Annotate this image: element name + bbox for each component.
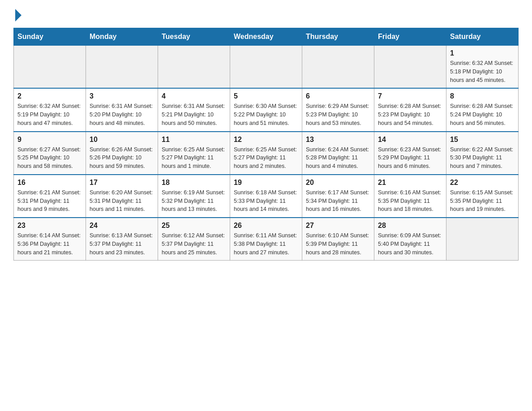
day-info: Sunrise: 6:23 AM Sunset: 5:29 PM Dayligh… <box>378 146 442 171</box>
day-info: Sunrise: 6:31 AM Sunset: 5:21 PM Dayligh… <box>162 102 226 127</box>
calendar-day-cell: 27Sunrise: 6:10 AM Sunset: 5:39 PM Dayli… <box>302 218 374 261</box>
weekday-header-tuesday: Tuesday <box>158 28 230 46</box>
calendar-day-cell: 17Sunrise: 6:20 AM Sunset: 5:31 PM Dayli… <box>86 175 158 218</box>
day-number: 26 <box>234 222 298 230</box>
day-number: 18 <box>162 179 226 187</box>
day-number: 21 <box>378 179 442 187</box>
day-info: Sunrise: 6:25 AM Sunset: 5:27 PM Dayligh… <box>162 146 226 171</box>
calendar-day-cell <box>302 46 374 89</box>
day-number: 22 <box>450 179 515 187</box>
calendar-day-cell: 3Sunrise: 6:31 AM Sunset: 5:20 PM Daylig… <box>86 88 158 131</box>
calendar-day-cell: 20Sunrise: 6:17 AM Sunset: 5:34 PM Dayli… <box>302 175 374 218</box>
day-info: Sunrise: 6:17 AM Sunset: 5:34 PM Dayligh… <box>306 188 370 214</box>
calendar-week-row: 2Sunrise: 6:32 AM Sunset: 5:19 PM Daylig… <box>14 88 519 131</box>
calendar-week-row: 9Sunrise: 6:27 AM Sunset: 5:25 PM Daylig… <box>14 132 519 175</box>
day-number: 8 <box>450 92 515 100</box>
calendar-table: SundayMondayTuesdayWednesdayThursdayFrid… <box>13 28 519 261</box>
day-info: Sunrise: 6:16 AM Sunset: 5:35 PM Dayligh… <box>378 188 442 214</box>
calendar-day-cell <box>446 218 519 261</box>
day-number: 17 <box>90 179 154 187</box>
page-header <box>13 9 519 19</box>
day-info: Sunrise: 6:11 AM Sunset: 5:38 PM Dayligh… <box>234 231 298 257</box>
calendar-day-cell: 12Sunrise: 6:25 AM Sunset: 5:27 PM Dayli… <box>230 132 302 175</box>
calendar-day-cell: 2Sunrise: 6:32 AM Sunset: 5:19 PM Daylig… <box>14 88 86 131</box>
day-number: 24 <box>90 222 154 230</box>
day-info: Sunrise: 6:18 AM Sunset: 5:33 PM Dayligh… <box>234 188 298 214</box>
calendar-day-cell: 13Sunrise: 6:24 AM Sunset: 5:28 PM Dayli… <box>302 132 374 175</box>
day-number: 23 <box>17 222 82 230</box>
calendar-day-cell: 24Sunrise: 6:13 AM Sunset: 5:37 PM Dayli… <box>86 218 158 261</box>
day-number: 5 <box>234 92 298 100</box>
day-info: Sunrise: 6:29 AM Sunset: 5:23 PM Dayligh… <box>306 102 370 127</box>
calendar-day-cell: 23Sunrise: 6:14 AM Sunset: 5:36 PM Dayli… <box>14 218 86 261</box>
day-number: 20 <box>306 179 370 187</box>
weekday-header-sunday: Sunday <box>14 28 86 46</box>
day-number: 25 <box>162 222 226 230</box>
calendar-header-row: SundayMondayTuesdayWednesdayThursdayFrid… <box>14 28 519 46</box>
calendar-day-cell: 5Sunrise: 6:30 AM Sunset: 5:22 PM Daylig… <box>230 88 302 131</box>
day-number: 4 <box>162 92 226 100</box>
calendar-day-cell <box>86 46 158 89</box>
weekday-header-friday: Friday <box>374 28 446 46</box>
weekday-header-wednesday: Wednesday <box>230 28 302 46</box>
day-number: 19 <box>234 179 298 187</box>
calendar-day-cell <box>14 46 86 89</box>
day-info: Sunrise: 6:26 AM Sunset: 5:26 PM Dayligh… <box>90 146 154 171</box>
day-number: 7 <box>378 92 442 100</box>
day-info: Sunrise: 6:28 AM Sunset: 5:24 PM Dayligh… <box>450 102 515 127</box>
day-number: 1 <box>450 49 515 57</box>
day-number: 3 <box>90 92 154 100</box>
day-info: Sunrise: 6:14 AM Sunset: 5:36 PM Dayligh… <box>17 231 82 257</box>
calendar-day-cell: 8Sunrise: 6:28 AM Sunset: 5:24 PM Daylig… <box>446 88 519 131</box>
day-number: 9 <box>17 136 82 144</box>
day-info: Sunrise: 6:13 AM Sunset: 5:37 PM Dayligh… <box>90 231 154 257</box>
calendar-day-cell: 25Sunrise: 6:12 AM Sunset: 5:37 PM Dayli… <box>158 218 230 261</box>
day-info: Sunrise: 6:10 AM Sunset: 5:39 PM Dayligh… <box>306 231 370 257</box>
day-info: Sunrise: 6:09 AM Sunset: 5:40 PM Dayligh… <box>378 231 442 257</box>
day-info: Sunrise: 6:32 AM Sunset: 5:19 PM Dayligh… <box>17 102 82 127</box>
calendar-day-cell: 6Sunrise: 6:29 AM Sunset: 5:23 PM Daylig… <box>302 88 374 131</box>
day-number: 28 <box>378 222 442 230</box>
calendar-day-cell <box>374 46 446 89</box>
calendar-week-row: 1Sunrise: 6:32 AM Sunset: 5:18 PM Daylig… <box>14 46 519 89</box>
day-info: Sunrise: 6:21 AM Sunset: 5:31 PM Dayligh… <box>17 188 82 214</box>
day-number: 12 <box>234 136 298 144</box>
calendar-day-cell: 28Sunrise: 6:09 AM Sunset: 5:40 PM Dayli… <box>374 218 446 261</box>
calendar-week-row: 16Sunrise: 6:21 AM Sunset: 5:31 PM Dayli… <box>14 175 519 218</box>
calendar-day-cell: 10Sunrise: 6:26 AM Sunset: 5:26 PM Dayli… <box>86 132 158 175</box>
day-info: Sunrise: 6:15 AM Sunset: 5:35 PM Dayligh… <box>450 188 515 214</box>
calendar-day-cell: 1Sunrise: 6:32 AM Sunset: 5:18 PM Daylig… <box>446 46 519 89</box>
day-number: 11 <box>162 136 226 144</box>
day-info: Sunrise: 6:25 AM Sunset: 5:27 PM Dayligh… <box>234 146 298 171</box>
day-number: 14 <box>378 136 442 144</box>
logo-general-text <box>13 9 21 21</box>
logo-arrow-icon <box>15 9 21 21</box>
day-info: Sunrise: 6:12 AM Sunset: 5:37 PM Dayligh… <box>162 231 226 257</box>
calendar-day-cell: 26Sunrise: 6:11 AM Sunset: 5:38 PM Dayli… <box>230 218 302 261</box>
day-number: 6 <box>306 92 370 100</box>
calendar-day-cell: 22Sunrise: 6:15 AM Sunset: 5:35 PM Dayli… <box>446 175 519 218</box>
day-info: Sunrise: 6:20 AM Sunset: 5:31 PM Dayligh… <box>90 188 154 214</box>
day-info: Sunrise: 6:32 AM Sunset: 5:18 PM Dayligh… <box>450 59 515 84</box>
weekday-header-saturday: Saturday <box>446 28 519 46</box>
weekday-header-monday: Monday <box>86 28 158 46</box>
calendar-day-cell: 4Sunrise: 6:31 AM Sunset: 5:21 PM Daylig… <box>158 88 230 131</box>
day-number: 2 <box>17 92 82 100</box>
calendar-day-cell <box>230 46 302 89</box>
day-number: 15 <box>450 136 515 144</box>
day-number: 13 <box>306 136 370 144</box>
calendar-day-cell: 7Sunrise: 6:28 AM Sunset: 5:23 PM Daylig… <box>374 88 446 131</box>
day-info: Sunrise: 6:27 AM Sunset: 5:25 PM Dayligh… <box>17 146 82 171</box>
weekday-header-thursday: Thursday <box>302 28 374 46</box>
day-info: Sunrise: 6:31 AM Sunset: 5:20 PM Dayligh… <box>90 102 154 127</box>
day-number: 10 <box>90 136 154 144</box>
day-number: 16 <box>17 179 82 187</box>
calendar-day-cell: 18Sunrise: 6:19 AM Sunset: 5:32 PM Dayli… <box>158 175 230 218</box>
calendar-day-cell: 16Sunrise: 6:21 AM Sunset: 5:31 PM Dayli… <box>14 175 86 218</box>
calendar-day-cell: 11Sunrise: 6:25 AM Sunset: 5:27 PM Dayli… <box>158 132 230 175</box>
day-info: Sunrise: 6:24 AM Sunset: 5:28 PM Dayligh… <box>306 146 370 171</box>
calendar-day-cell <box>158 46 230 89</box>
calendar-day-cell: 15Sunrise: 6:22 AM Sunset: 5:30 PM Dayli… <box>446 132 519 175</box>
day-info: Sunrise: 6:28 AM Sunset: 5:23 PM Dayligh… <box>378 102 442 127</box>
calendar-day-cell: 21Sunrise: 6:16 AM Sunset: 5:35 PM Dayli… <box>374 175 446 218</box>
